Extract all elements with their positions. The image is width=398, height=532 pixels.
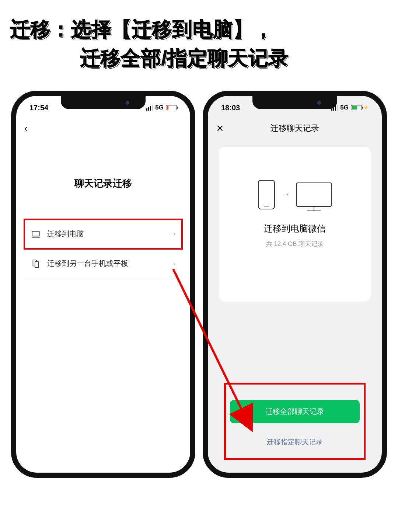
- signal-icon: [146, 105, 153, 111]
- network-label: 5G: [340, 104, 349, 111]
- option-migrate-to-computer[interactable]: 迁移到电脑 ›: [24, 219, 182, 249]
- instruction-headline: 迁移：选择【迁移到电脑】， 迁移全部/指定聊天记录: [10, 15, 388, 73]
- phone-icon: [258, 180, 275, 209]
- phone-mockup-left: 17:54 5G ‹ 聊天记录迁移 迁移到电脑 ›: [11, 91, 195, 478]
- card-title: 迁移到电脑微信: [226, 223, 363, 234]
- charging-bolt-icon: ⚡: [363, 105, 369, 110]
- option-label: 迁移到另一台手机或平板: [47, 258, 173, 268]
- option-label: 迁移到电脑: [47, 229, 173, 239]
- nav-bar: ✕ 迁移聊天记录: [208, 118, 382, 139]
- status-time: 18:03: [221, 104, 240, 112]
- arrow-right-icon: →: [282, 190, 290, 199]
- option-migrate-to-device[interactable]: 迁移到另一台手机或平板 ›: [24, 249, 182, 278]
- computer-icon: [31, 229, 41, 239]
- close-button[interactable]: ✕: [216, 123, 224, 134]
- monitor-icon: [296, 182, 332, 207]
- migrate-card: → 迁移到电脑微信 共 12.4 GB 聊天记录: [219, 147, 371, 302]
- svg-rect-0: [32, 231, 39, 236]
- page-title: 聊天记录迁移: [24, 177, 182, 190]
- phone-mockup-right: 18:03 5G ⚡ ✕ 迁移聊天记录 →: [203, 91, 387, 478]
- battery-icon: [166, 105, 177, 110]
- nav-bar: ‹: [16, 118, 190, 139]
- device-icon: [31, 259, 41, 268]
- chevron-right-icon: ›: [173, 260, 175, 267]
- migrate-selected-link[interactable]: 迁移指定聊天记录: [230, 434, 360, 451]
- devices-illustration: →: [226, 180, 363, 209]
- phone-notch: [61, 96, 146, 109]
- status-time: 17:54: [29, 104, 48, 112]
- card-subtitle: 共 12.4 GB 聊天记录: [226, 240, 363, 248]
- migrate-all-button[interactable]: 迁移全部聊天记录: [230, 400, 360, 423]
- network-label: 5G: [155, 104, 164, 111]
- svg-rect-3: [35, 261, 39, 267]
- chevron-right-icon: ›: [173, 230, 175, 238]
- battery-charging-icon: [351, 105, 362, 110]
- phone-notch: [252, 96, 337, 109]
- headline-line2: 迁移全部/指定聊天记录: [10, 44, 289, 72]
- nav-title: 迁移聊天记录: [270, 123, 319, 134]
- back-button[interactable]: ‹: [24, 123, 28, 134]
- headline-line1: 迁移：选择【迁移到电脑】，: [10, 18, 274, 40]
